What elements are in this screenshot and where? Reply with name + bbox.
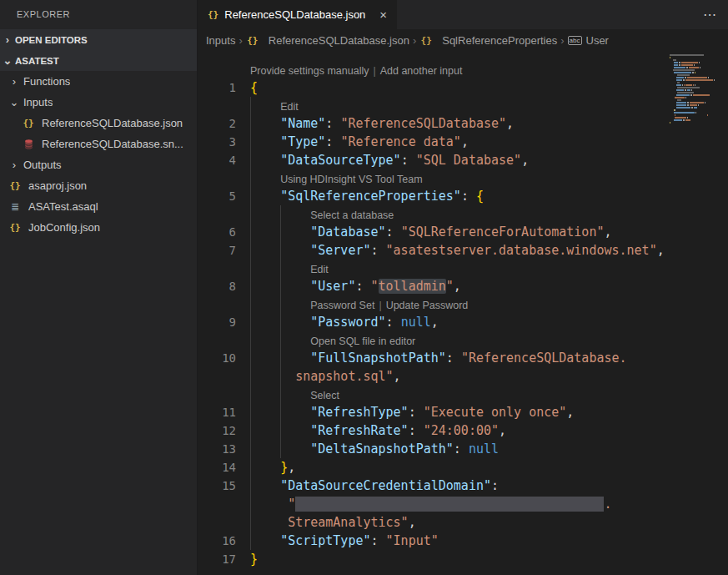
line-number [198, 169, 236, 187]
tab-referencesqldatabase-json[interactable]: {} ReferenceSQLDatabase.json × [198, 0, 397, 29]
string-symbol-icon: abc [568, 36, 582, 45]
code-token: "Database" [310, 224, 385, 240]
editor-group: {} ReferenceSQLDatabase.json × ⋯ Inputs›… [198, 0, 728, 575]
code-token [250, 497, 288, 512]
tree-item-referencesqldatabase-json[interactable]: {}ReferenceSQLDatabase.json [0, 113, 197, 134]
section-open-editors[interactable]: › OPEN EDITORS [0, 29, 197, 50]
minimap[interactable] [670, 54, 718, 124]
tree-item-functions[interactable]: ›Functions [0, 71, 197, 92]
tree-item-label: ReferenceSQLDatabase.sn... [42, 138, 183, 150]
code-token: , [657, 243, 665, 258]
tree-item-asatest-asaql[interactable]: ≣ASATest.asaql [0, 196, 197, 217]
breadcrumb-item-user[interactable]: abcUser [568, 34, 609, 47]
indent-guide [280, 440, 281, 458]
code-token [250, 533, 280, 548]
code-line: " . [198, 495, 728, 513]
breadcrumb-item-sqlreferenceproperties[interactable]: {}SqlReferenceProperties [419, 34, 557, 47]
more-actions-icon[interactable]: ⋯ [703, 7, 716, 23]
line-number: 10 [198, 349, 236, 367]
code-token: , [431, 315, 439, 330]
asaql-file-icon: ≣ [8, 201, 22, 213]
line-number [198, 295, 236, 313]
indent-guide [250, 495, 251, 513]
tree-item-asaproj-json[interactable]: {}asaproj.json [0, 175, 197, 196]
code-token: StreamAnalytics" [288, 515, 409, 530]
code-token [250, 189, 280, 204]
codelens-link-password-set[interactable]: Password Set [310, 300, 374, 311]
indent-guide [280, 421, 281, 440]
indent-guide [250, 349, 251, 367]
code-token: snapshot.sql" [295, 369, 393, 384]
line-number: 4 [198, 151, 236, 169]
codelens-row: Select [198, 386, 728, 403]
code-token: "RefreshType" [310, 405, 408, 420]
line-number: 3 [198, 133, 236, 151]
code-line: 1{ [198, 78, 728, 97]
code-token: "ReferenceSQLDatabase. [461, 351, 627, 366]
tree-item-jobconfig-json[interactable]: {}JobConfig.json [0, 217, 197, 238]
line-number [198, 205, 236, 223]
line-number: 13 [198, 440, 236, 458]
tree-item-inputs[interactable]: ⌄Inputs [0, 92, 197, 113]
breadcrumb-label: Inputs [206, 34, 235, 47]
line-number: 16 [198, 532, 236, 550]
code-token: } [250, 552, 258, 567]
codelens-row: Select a database [198, 205, 728, 223]
indent-guide [280, 223, 281, 241]
object-icon: {} [419, 34, 433, 46]
json-icon: {} [8, 180, 22, 192]
code-line: snapshot.sql", [198, 367, 728, 386]
code-token [250, 460, 280, 475]
chevron-right-icon: › [7, 159, 22, 171]
code-token: , [454, 279, 461, 294]
indent-guide [280, 277, 281, 295]
codelens-link-select-a-database[interactable]: Select a database [310, 209, 394, 221]
section-asatest[interactable]: ⌄ ASATEST [0, 50, 197, 71]
indent-guide [280, 241, 281, 260]
indent-guide [250, 97, 251, 114]
breadcrumb-item-inputs[interactable]: Inputs [206, 34, 235, 47]
code-editor[interactable]: Provide settings manually|Add another in… [198, 51, 728, 575]
codelens-link-edit[interactable]: Edit [280, 101, 299, 113]
vscode-window: EXPLORER › OPEN EDITORS ⌄ ASATEST ›Funct… [0, 0, 728, 575]
codelens-link-update-password[interactable]: Update Password [386, 300, 469, 311]
codelens-row: Using HDInsight VS Tool Team [198, 169, 728, 187]
indent-guide [250, 187, 251, 205]
code-token: "Execute only once" [424, 405, 567, 420]
codelens-link-edit[interactable]: Edit [310, 264, 329, 275]
breadcrumb-label: User [586, 34, 609, 47]
codelens-link-add-another-input[interactable]: Add another input [380, 65, 463, 77]
indent-guide [280, 295, 281, 313]
code-token: : [325, 116, 340, 131]
codelens-separator: | [369, 65, 379, 77]
code-line: 10 "FullSnapshotPath": "ReferenceSQLData… [198, 349, 728, 367]
chevron-right-icon: › [0, 33, 15, 46]
json-icon: {} [8, 222, 22, 234]
code-token: : [454, 441, 469, 456]
indent-guide [250, 440, 251, 458]
line-number: 2 [198, 114, 236, 133]
code-token: , [394, 369, 401, 384]
close-icon[interactable]: × [379, 8, 387, 22]
code-token: { [476, 189, 484, 204]
line-number: 14 [198, 458, 236, 477]
codelens-link-provide-settings-manually[interactable]: Provide settings manually [250, 65, 369, 77]
codelens-link-select[interactable]: Select [310, 390, 339, 401]
code-token: "DataSourceCredentialDomain" [280, 478, 491, 493]
codelens-row: Edit [198, 260, 728, 277]
breadcrumb-item-referencesqldatabase-json[interactable]: {}ReferenceSQLDatabase.json [246, 34, 409, 47]
code-token [250, 116, 280, 131]
tree-item-label: JobConfig.json [28, 221, 100, 234]
indent-guide [280, 403, 281, 421]
tree-item-referencesqldatabase-sn[interactable]: ReferenceSQLDatabase.sn... [0, 134, 197, 154]
tree-item-outputs[interactable]: ›Outputs [0, 154, 197, 175]
code-token: : [491, 478, 499, 493]
code-line: 12 "RefreshRate": "24:00:00", [198, 421, 728, 440]
codelens-link-open-sql-file-in-editor[interactable]: Open SQL file in editor [310, 335, 415, 347]
codelens-row: Open SQL file in editor [198, 331, 728, 349]
json-icon: {} [208, 9, 218, 20]
indent-guide [250, 277, 251, 295]
breadcrumb-separator-icon: › [413, 34, 416, 47]
codelens-link-using-hdinsight-vs-tool-team[interactable]: Using HDInsight VS Tool Team [280, 174, 422, 185]
indent-guide [250, 295, 251, 313]
